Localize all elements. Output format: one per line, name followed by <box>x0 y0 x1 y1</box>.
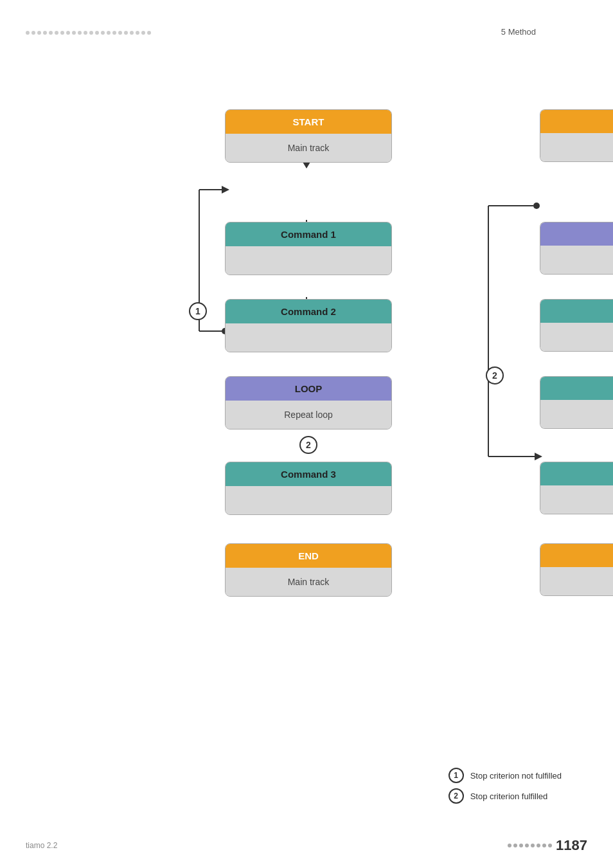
command1-block: Command 1 <box>225 222 392 275</box>
loop-circle-2: 2 <box>299 436 317 454</box>
command3-block: Command 3 <box>225 462 392 515</box>
legend-badge-2: 2 <box>449 788 464 804</box>
right-circle-2: 2 <box>486 366 504 384</box>
command2-header: Command 2 <box>226 300 391 323</box>
legend: 1 Stop criterion not fulfilled 2 Stop cr… <box>449 768 562 804</box>
loopback-circle-1: 1 <box>189 302 207 320</box>
legend-badge-1: 1 <box>449 768 464 783</box>
right-block-2 <box>540 222 613 275</box>
header-title: 5 Method <box>501 27 536 37</box>
command2-body <box>226 323 391 352</box>
header-dots-left <box>26 31 151 35</box>
right-block-6 <box>540 543 613 596</box>
svg-point-19 <box>533 203 540 209</box>
loop-body: Repeat loop <box>226 401 391 429</box>
start-body: Main track <box>226 134 391 162</box>
footer-dots <box>508 844 552 847</box>
svg-marker-18 <box>535 453 542 460</box>
end-body: Main track <box>226 568 391 596</box>
footer-left: tiamo 2.2 <box>26 841 57 850</box>
footer-right: 1187 <box>508 837 587 854</box>
svg-marker-14 <box>222 186 229 194</box>
end-block: END Main track <box>225 543 392 597</box>
right-block-5 <box>540 462 613 514</box>
svg-marker-1 <box>303 162 310 168</box>
right-block-4 <box>540 376 613 429</box>
command2-block: Command 2 <box>225 299 392 352</box>
footer-page: 1187 <box>556 837 587 854</box>
loop-block: LOOP Repeat loop <box>225 376 392 429</box>
right-block-3 <box>540 299 613 352</box>
command3-body <box>226 486 391 514</box>
start-header: START <box>226 110 391 134</box>
right-block-1 <box>540 109 613 162</box>
command1-header: Command 1 <box>226 222 391 246</box>
command3-header: Command 3 <box>226 462 391 486</box>
command1-body <box>226 246 391 275</box>
loop-header: LOOP <box>226 377 391 401</box>
legend-item-2: 2 Stop criterion fulfilled <box>449 788 562 804</box>
start-block: START Main track <box>225 109 392 163</box>
legend-text-1: Stop criterion not fulfilled <box>470 771 562 781</box>
end-header: END <box>226 544 391 568</box>
legend-item-1: 1 Stop criterion not fulfilled <box>449 768 562 783</box>
legend-text-2: Stop criterion fulfilled <box>470 791 548 801</box>
